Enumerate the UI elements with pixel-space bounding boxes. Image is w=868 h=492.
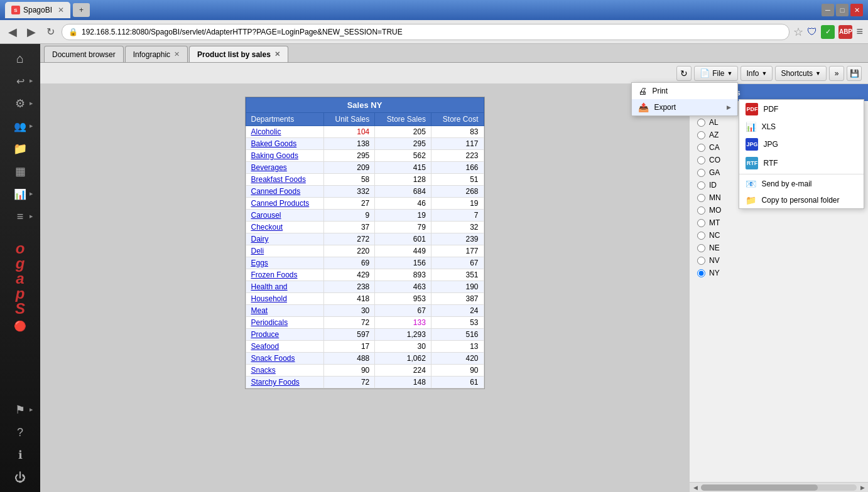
cell-dept[interactable]: Checkout <box>246 222 323 233</box>
state-radio-az[interactable] <box>697 131 705 139</box>
shortcuts-button[interactable]: Shortcuts ▼ <box>775 66 827 81</box>
close-button[interactable]: ✕ <box>850 4 863 16</box>
cell-dept[interactable]: Canned Foods <box>246 186 323 198</box>
state-label-ny: NY <box>709 269 720 277</box>
cell-dept[interactable]: Seafood <box>246 341 323 353</box>
state-radio-ca[interactable] <box>697 144 705 152</box>
sidebar: ⌂ ↩ ▶ ⚙ ▶ 👥 ▶ 📁 ▦ 📊 ▶ ≡ ▶ o g a p S <box>0 44 40 492</box>
submenu-item-pdf[interactable]: PDF PDF <box>739 100 864 119</box>
menu-item-print[interactable]: 🖨 Print <box>632 83 737 99</box>
address-input[interactable] <box>82 28 783 36</box>
sidebar-item-info[interactable]: ℹ <box>6 444 34 466</box>
submenu-item-send-email[interactable]: 📧 Send by e-mail <box>739 176 864 192</box>
cell-unit-sales: 90 <box>323 365 374 377</box>
cell-dept[interactable]: Breakfast Foods <box>246 174 323 186</box>
cell-dept[interactable]: Frozen Foods <box>246 269 323 281</box>
folder-copy-icon: 📁 <box>746 195 756 205</box>
cell-dept[interactable]: Snack Foods <box>246 353 323 365</box>
star-icon[interactable]: ☆ <box>793 25 803 39</box>
cell-store-sales: 953 <box>375 293 431 305</box>
forward-button[interactable]: ▶ <box>24 24 39 40</box>
state-radio-nv[interactable] <box>697 257 705 265</box>
browser-tab[interactable]: S SpagoBI ✕ <box>5 2 70 18</box>
cell-dept[interactable]: Eggs <box>246 257 323 269</box>
cell-dept[interactable]: Carousel <box>246 210 323 222</box>
content-toolbar: ↻ 📄 File ▼ 🖨 Print 📤 Expo <box>40 63 868 84</box>
pdf-icon: PDF <box>746 103 758 115</box>
cell-dept[interactable]: Health and <box>246 281 323 293</box>
minimize-button[interactable]: ─ <box>822 4 834 16</box>
cell-dept[interactable]: Starchy Foods <box>246 377 323 388</box>
info-button[interactable]: Info ▼ <box>741 66 773 81</box>
addon-icon2[interactable]: ABP <box>838 25 852 39</box>
state-item[interactable]: NE <box>695 242 863 254</box>
sidebar-item-grid[interactable]: ▦ <box>6 161 34 182</box>
cell-dept[interactable]: Produce <box>246 329 323 341</box>
submenu-item-xls[interactable]: 📊 XLS <box>739 119 864 135</box>
sidebar-item-layers[interactable]: ≡ ▶ <box>6 206 34 227</box>
sidebar-item-settings[interactable]: ⚙ ▶ <box>6 93 34 114</box>
state-item[interactable]: MT <box>695 217 863 229</box>
state-item[interactable]: NV <box>695 254 863 267</box>
cell-dept[interactable]: Baked Goods <box>246 138 323 150</box>
state-radio-co[interactable] <box>697 156 705 164</box>
refresh-button[interactable]: ↻ <box>676 66 692 81</box>
cell-dept[interactable]: Deli <box>246 245 323 257</box>
cell-dept[interactable]: Snacks <box>246 365 323 377</box>
tab-close-icon[interactable]: ✕ <box>58 6 64 14</box>
tab-infographic[interactable]: Infographic ✕ <box>125 46 188 62</box>
cell-store-sales: 133 <box>375 317 431 329</box>
cell-dept[interactable]: Canned Products <box>246 198 323 210</box>
cell-dept[interactable]: Periodicals <box>246 317 323 329</box>
state-radio-mn[interactable] <box>697 194 705 202</box>
col-dept: Departments <box>246 113 323 126</box>
scroll-left-btn[interactable]: ◀ <box>691 483 700 492</box>
tab-product-list[interactable]: Product list by sales ✕ <box>189 46 288 62</box>
submenu-item-copy-folder[interactable]: 📁 Copy to personal folder <box>739 192 864 208</box>
tab-infographic-close[interactable]: ✕ <box>174 50 180 58</box>
scrollbar-track[interactable] <box>701 484 857 491</box>
sidebar-item-help[interactable]: ? <box>6 422 34 443</box>
state-label-mn: MN <box>709 193 721 202</box>
back-button[interactable]: ◀ <box>5 24 20 40</box>
cell-dept[interactable]: Meat <box>246 305 323 317</box>
state-radio-id[interactable] <box>697 181 705 190</box>
sidebar-item-folder[interactable]: 📁 <box>6 138 34 159</box>
cell-dept[interactable]: Baking Goods <box>246 150 323 162</box>
file-button[interactable]: 📄 File ▼ <box>694 66 738 81</box>
cell-dept[interactable]: Beverages <box>246 162 323 174</box>
save-button[interactable]: 💾 <box>847 66 862 81</box>
sidebar-item-flag[interactable]: ⚑ ▶ <box>6 399 34 420</box>
sidebar-item-power[interactable]: ⏻ <box>6 467 34 488</box>
cell-dept[interactable]: Dairy <box>246 233 323 245</box>
submenu-item-rtf[interactable]: RTF RTF <box>739 154 864 173</box>
sidebar-item-back[interactable]: ↩ ▶ <box>6 70 34 92</box>
tab-document-browser[interactable]: Document browser <box>44 46 124 62</box>
sidebar-item-users[interactable]: 👥 ▶ <box>6 115 34 137</box>
cell-dept[interactable]: Household <box>246 293 323 305</box>
addon-icon1[interactable]: ✓ <box>821 25 835 39</box>
state-item[interactable]: NY <box>695 267 863 279</box>
horizontal-scrollbar[interactable]: ◀ ▶ <box>690 482 868 492</box>
new-tab-button[interactable]: + <box>73 3 90 17</box>
menu-icon[interactable]: ≡ <box>856 25 863 38</box>
state-item[interactable]: NC <box>695 229 863 242</box>
state-radio-ne[interactable] <box>697 244 705 252</box>
submenu-item-jpg[interactable]: JPG JPG <box>739 135 864 154</box>
state-radio-ga[interactable] <box>697 169 705 177</box>
cell-dept[interactable]: Alcoholic <box>246 126 323 138</box>
reload-button[interactable]: ↻ <box>43 24 58 40</box>
sidebar-item-chart[interactable]: 📊 ▶ <box>6 183 34 205</box>
sidebar-item-home[interactable]: ⌂ <box>6 48 34 69</box>
state-radio-nc[interactable] <box>697 232 705 240</box>
maximize-button[interactable]: □ <box>836 4 849 16</box>
scroll-right-btn[interactable]: ▶ <box>858 483 867 492</box>
expand-button[interactable]: » <box>829 66 844 81</box>
tab-product-list-close[interactable]: ✕ <box>274 50 280 58</box>
state-radio-mo[interactable] <box>697 206 705 215</box>
menu-item-export[interactable]: 📤 Export ▶ PDF PDF 📊 XLS <box>632 99 737 115</box>
state-radio-al[interactable] <box>697 119 705 127</box>
state-radio-mt[interactable] <box>697 219 705 227</box>
state-radio-ny[interactable] <box>697 269 705 277</box>
cell-store-sales: 684 <box>375 186 431 198</box>
